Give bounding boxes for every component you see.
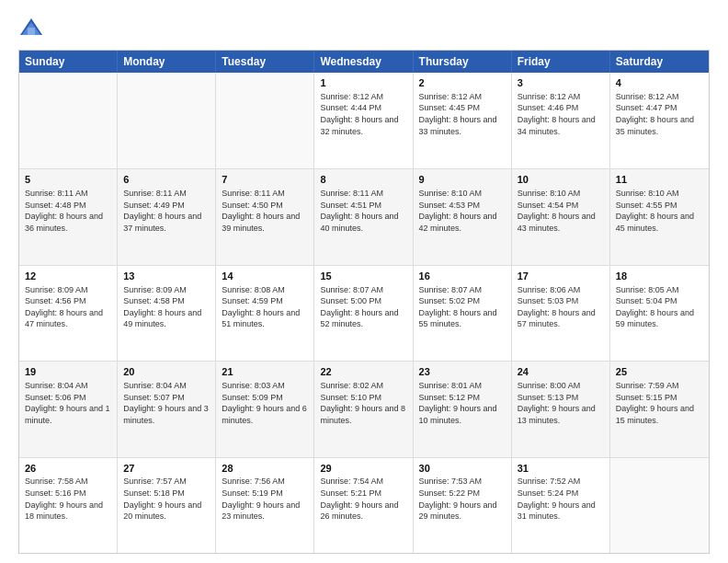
day-detail: Sunrise: 8:09 AM Sunset: 4:56 PM Dayligh… xyxy=(25,284,111,330)
day-detail: Sunrise: 8:12 AM Sunset: 4:45 PM Dayligh… xyxy=(419,91,506,137)
header xyxy=(18,15,710,40)
day-number: 9 xyxy=(419,173,506,187)
day-number: 23 xyxy=(419,365,506,379)
day-detail: Sunrise: 8:10 AM Sunset: 4:53 PM Dayligh… xyxy=(419,188,506,234)
day-cell-23: 23Sunrise: 8:01 AM Sunset: 5:12 PM Dayli… xyxy=(414,362,512,456)
header-day-saturday: Saturday xyxy=(610,51,709,73)
day-detail: Sunrise: 8:07 AM Sunset: 5:00 PM Dayligh… xyxy=(320,284,406,330)
day-detail: Sunrise: 7:53 AM Sunset: 5:22 PM Dayligh… xyxy=(419,476,506,522)
day-detail: Sunrise: 8:11 AM Sunset: 4:48 PM Dayligh… xyxy=(25,188,111,234)
day-cell-7: 7Sunrise: 8:11 AM Sunset: 4:50 PM Daylig… xyxy=(216,169,314,264)
day-cell-17: 17Sunrise: 8:06 AM Sunset: 5:03 PM Dayli… xyxy=(512,266,610,361)
day-number: 6 xyxy=(123,173,210,187)
day-cell-12: 12Sunrise: 8:09 AM Sunset: 4:56 PM Dayli… xyxy=(19,266,118,361)
empty-cell xyxy=(610,458,709,553)
day-number: 29 xyxy=(320,462,406,476)
day-detail: Sunrise: 8:11 AM Sunset: 4:50 PM Dayligh… xyxy=(222,188,308,234)
day-detail: Sunrise: 8:00 AM Sunset: 5:13 PM Dayligh… xyxy=(518,380,604,426)
day-number: 19 xyxy=(25,365,111,379)
day-number: 25 xyxy=(616,365,703,379)
day-cell-4: 4Sunrise: 8:12 AM Sunset: 4:47 PM Daylig… xyxy=(610,73,709,168)
day-cell-28: 28Sunrise: 7:56 AM Sunset: 5:19 PM Dayli… xyxy=(216,458,314,553)
day-number: 18 xyxy=(616,270,703,283)
day-number: 15 xyxy=(320,270,406,283)
day-number: 21 xyxy=(222,365,308,379)
day-cell-6: 6Sunrise: 8:11 AM Sunset: 4:49 PM Daylig… xyxy=(118,169,216,264)
day-detail: Sunrise: 8:11 AM Sunset: 4:51 PM Dayligh… xyxy=(320,188,406,234)
day-cell-26: 26Sunrise: 7:58 AM Sunset: 5:16 PM Dayli… xyxy=(19,458,118,553)
day-cell-22: 22Sunrise: 8:02 AM Sunset: 5:10 PM Dayli… xyxy=(314,362,413,456)
day-number: 12 xyxy=(25,270,111,283)
empty-cell xyxy=(118,73,216,168)
day-detail: Sunrise: 7:56 AM Sunset: 5:19 PM Dayligh… xyxy=(222,476,308,522)
day-detail: Sunrise: 8:05 AM Sunset: 5:04 PM Dayligh… xyxy=(616,284,703,330)
day-cell-5: 5Sunrise: 8:11 AM Sunset: 4:48 PM Daylig… xyxy=(19,169,118,264)
day-cell-29: 29Sunrise: 7:54 AM Sunset: 5:21 PM Dayli… xyxy=(314,458,413,553)
day-detail: Sunrise: 8:01 AM Sunset: 5:12 PM Dayligh… xyxy=(419,380,506,426)
day-cell-14: 14Sunrise: 8:08 AM Sunset: 4:59 PM Dayli… xyxy=(216,266,314,361)
calendar-row-3: 12Sunrise: 8:09 AM Sunset: 4:56 PM Dayli… xyxy=(19,265,709,361)
calendar-header: SundayMondayTuesdayWednesdayThursdayFrid… xyxy=(19,51,709,73)
day-cell-20: 20Sunrise: 8:04 AM Sunset: 5:07 PM Dayli… xyxy=(118,362,216,456)
day-number: 7 xyxy=(222,173,308,187)
day-detail: Sunrise: 8:02 AM Sunset: 5:10 PM Dayligh… xyxy=(320,380,406,426)
day-number: 26 xyxy=(25,462,111,476)
day-detail: Sunrise: 7:59 AM Sunset: 5:15 PM Dayligh… xyxy=(616,380,703,426)
calendar-body: 1Sunrise: 8:12 AM Sunset: 4:44 PM Daylig… xyxy=(19,73,709,553)
calendar: SundayMondayTuesdayWednesdayThursdayFrid… xyxy=(18,50,710,554)
day-detail: Sunrise: 8:04 AM Sunset: 5:06 PM Dayligh… xyxy=(25,380,111,426)
day-number: 16 xyxy=(419,270,506,283)
day-cell-2: 2Sunrise: 8:12 AM Sunset: 4:45 PM Daylig… xyxy=(414,73,512,168)
day-detail: Sunrise: 8:12 AM Sunset: 4:47 PM Dayligh… xyxy=(616,91,703,137)
day-detail: Sunrise: 8:12 AM Sunset: 4:46 PM Dayligh… xyxy=(518,91,604,137)
svg-rect-2 xyxy=(28,28,35,35)
day-number: 28 xyxy=(222,462,308,476)
day-cell-15: 15Sunrise: 8:07 AM Sunset: 5:00 PM Dayli… xyxy=(314,266,413,361)
day-cell-24: 24Sunrise: 8:00 AM Sunset: 5:13 PM Dayli… xyxy=(512,362,610,456)
day-cell-10: 10Sunrise: 8:10 AM Sunset: 4:54 PM Dayli… xyxy=(512,169,610,264)
day-number: 3 xyxy=(518,76,604,90)
day-number: 5 xyxy=(25,173,111,187)
header-day-thursday: Thursday xyxy=(414,51,512,73)
day-cell-13: 13Sunrise: 8:09 AM Sunset: 4:58 PM Dayli… xyxy=(118,266,216,361)
logo xyxy=(18,15,48,40)
day-cell-19: 19Sunrise: 8:04 AM Sunset: 5:06 PM Dayli… xyxy=(19,362,118,456)
page: SundayMondayTuesdayWednesdayThursdayFrid… xyxy=(0,0,728,563)
day-cell-25: 25Sunrise: 7:59 AM Sunset: 5:15 PM Dayli… xyxy=(610,362,709,456)
day-number: 14 xyxy=(222,270,308,283)
day-cell-9: 9Sunrise: 8:10 AM Sunset: 4:53 PM Daylig… xyxy=(414,169,512,264)
calendar-row-1: 1Sunrise: 8:12 AM Sunset: 4:44 PM Daylig… xyxy=(19,73,709,168)
day-detail: Sunrise: 8:06 AM Sunset: 5:03 PM Dayligh… xyxy=(518,284,604,330)
day-cell-18: 18Sunrise: 8:05 AM Sunset: 5:04 PM Dayli… xyxy=(610,266,709,361)
day-number: 22 xyxy=(320,365,406,379)
day-detail: Sunrise: 8:03 AM Sunset: 5:09 PM Dayligh… xyxy=(222,380,308,426)
day-detail: Sunrise: 8:08 AM Sunset: 4:59 PM Dayligh… xyxy=(222,284,308,330)
day-cell-1: 1Sunrise: 8:12 AM Sunset: 4:44 PM Daylig… xyxy=(314,73,413,168)
header-day-wednesday: Wednesday xyxy=(314,51,413,73)
day-detail: Sunrise: 8:12 AM Sunset: 4:44 PM Dayligh… xyxy=(320,91,406,137)
day-cell-3: 3Sunrise: 8:12 AM Sunset: 4:46 PM Daylig… xyxy=(512,73,610,168)
day-detail: Sunrise: 7:54 AM Sunset: 5:21 PM Dayligh… xyxy=(320,476,406,522)
day-detail: Sunrise: 7:57 AM Sunset: 5:18 PM Dayligh… xyxy=(123,476,210,522)
day-detail: Sunrise: 8:07 AM Sunset: 5:02 PM Dayligh… xyxy=(419,284,506,330)
day-cell-16: 16Sunrise: 8:07 AM Sunset: 5:02 PM Dayli… xyxy=(414,266,512,361)
day-number: 11 xyxy=(616,173,703,187)
day-number: 24 xyxy=(518,365,604,379)
day-number: 10 xyxy=(518,173,604,187)
calendar-row-4: 19Sunrise: 8:04 AM Sunset: 5:06 PM Dayli… xyxy=(19,361,709,456)
day-detail: Sunrise: 8:11 AM Sunset: 4:49 PM Dayligh… xyxy=(123,188,210,234)
day-number: 17 xyxy=(518,270,604,283)
day-number: 1 xyxy=(320,76,406,90)
logo-icon xyxy=(18,15,44,40)
day-number: 4 xyxy=(616,76,703,90)
empty-cell xyxy=(216,73,314,168)
day-cell-30: 30Sunrise: 7:53 AM Sunset: 5:22 PM Dayli… xyxy=(414,458,512,553)
day-cell-11: 11Sunrise: 8:10 AM Sunset: 4:55 PM Dayli… xyxy=(610,169,709,264)
day-cell-8: 8Sunrise: 8:11 AM Sunset: 4:51 PM Daylig… xyxy=(314,169,413,264)
day-number: 27 xyxy=(123,462,210,476)
calendar-row-5: 26Sunrise: 7:58 AM Sunset: 5:16 PM Dayli… xyxy=(19,457,709,553)
header-day-sunday: Sunday xyxy=(19,51,118,73)
header-day-monday: Monday xyxy=(118,51,216,73)
day-detail: Sunrise: 7:52 AM Sunset: 5:24 PM Dayligh… xyxy=(518,476,604,522)
day-detail: Sunrise: 7:58 AM Sunset: 5:16 PM Dayligh… xyxy=(25,476,111,522)
